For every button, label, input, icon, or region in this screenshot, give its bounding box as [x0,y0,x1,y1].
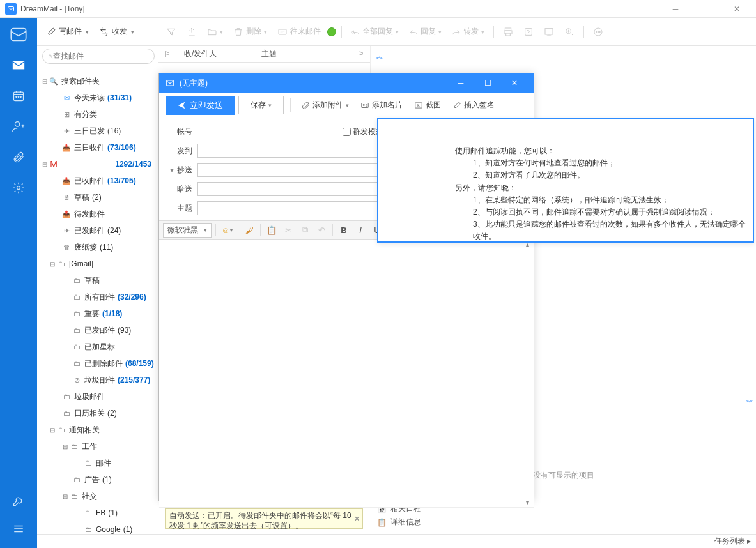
add-card-button[interactable]: 添加名片 [357,97,406,113]
folder-notifications[interactable]: ⊟🗀通知相关 [38,422,157,438]
mail-rail-icon[interactable] [10,56,27,74]
replyall-button: 全部回复▾ [347,24,403,40]
calendar-rail-icon[interactable] [10,87,27,105]
subject-label: 主题 [168,203,197,214]
logo-icon [10,26,27,43]
compose-minimize-button[interactable]: ─ [448,76,474,90]
folder-gmail-sent[interactable]: 🗀已发邮件(93) [38,322,157,339]
menu-rail-icon[interactable] [10,520,27,538]
forward-button: 转发▾ [448,24,488,40]
contacts-rail-icon[interactable] [10,118,27,135]
folder-social[interactable]: ⊟🗀社交 [38,488,157,505]
compose-close-button[interactable]: ✕ [502,76,527,90]
settings-rail-icon[interactable] [10,179,27,197]
compose-toolbar-button[interactable]: 写邮件▾ [42,24,93,40]
svg-point-18 [599,31,600,32]
folder-work[interactable]: ⊟🗀工作 [38,438,157,455]
cut-icon[interactable]: ✂ [281,223,295,237]
minimize-button[interactable]: ─ [661,2,690,16]
compose-label: 写邮件 [59,26,82,37]
svg-point-7 [17,186,20,190]
col-sender[interactable]: 收/发件人 [184,49,217,59]
notice-close-icon[interactable]: ✕ [354,514,360,523]
svg-point-22 [363,104,364,105]
svg-point-5 [20,96,22,98]
cc-label: 抄送 [176,165,197,176]
status-indicator-icon[interactable] [327,27,336,36]
send-button[interactable]: 立即发送 [166,96,235,115]
folder-gmail[interactable]: ⊟🗀[Gmail] [38,255,157,272]
save-button[interactable]: 保存▾ [238,96,284,114]
print-icon [499,24,517,40]
details-item[interactable]: 📋详细信息 [377,517,421,528]
signature-button[interactable]: 插入签名 [449,97,498,113]
folder-work-mail[interactable]: 🗀邮件 [38,455,157,471]
mail-account[interactable]: ⊟M1292/1453 [38,156,157,172]
reply-button: 回复▾ [405,24,445,40]
folder-today-unread[interactable]: ✉今天未读(31/31) [38,89,157,106]
sendrecv-toolbar-button[interactable]: 收发▾ [95,24,138,40]
folder-outbox[interactable]: 📤待发邮件 [38,206,157,222]
col-subject[interactable]: 主题 [261,49,277,59]
folder-tree: ⊟🔍搜索邮件夹 ✉今天未读(31/31) ⊞有分类 ✈三日已发(16) 📥三日收… [37,70,158,548]
maximize-button[interactable]: ☐ [692,2,720,16]
svg-point-17 [598,31,598,32]
compose-title: (无主题) [180,78,208,89]
font-selector[interactable]: 微软雅黑▾ [163,223,212,238]
folder-gmail-deleted[interactable]: 🗀已删除邮件(68/159) [38,355,157,372]
compose-titlebar: (无主题) ─ ☐ ✕ [159,73,534,93]
search-folders-group[interactable]: ⊟🔍搜索邮件夹 [38,73,157,89]
main-toolbar: 写邮件▾ 收发▾ ▾ 删除▾ 往来邮件 全部回复▾ 回复▾ 转发▾ [37,18,756,46]
account-label: 帐号 [168,126,197,137]
undo-icon[interactable]: ↶ [314,223,328,237]
folder-gmail-important[interactable]: 🗀重要(1/18) [38,305,157,322]
screenshot-button[interactable]: 截图 [410,97,445,113]
editor-scrollbar[interactable]: ▴▾ [522,241,532,506]
emoji-icon[interactable]: ☺▾ [220,223,234,237]
folder-sent[interactable]: ✈已发邮件(24) [38,222,157,239]
folder-ads[interactable]: 🗀广告(1) [38,471,157,488]
cc-expand-icon[interactable]: ▾ [168,165,176,174]
svg-point-19 [49,54,51,57]
italic-icon[interactable]: I [353,223,367,237]
related-mail-button: 往来邮件 [274,24,325,40]
folder-gmail-drafts[interactable]: 🗀草稿 [38,272,157,289]
folder-fb[interactable]: 🗀FB(1) [38,505,157,521]
search-input[interactable] [53,52,149,61]
attachment-rail-icon[interactable] [10,148,27,166]
folder-recv-3days[interactable]: 📥三日收件(73/106) [38,139,157,156]
search-icon [48,52,53,61]
collapse-up-icon[interactable]: ︽ [371,46,756,67]
replyall-label: 全部回复 [362,26,393,37]
account-display[interactable] [197,127,337,136]
attach-button[interactable]: 添加附件▾ [297,97,353,113]
svg-rect-11 [506,33,511,36]
search-mail-box[interactable] [42,49,155,64]
svg-point-4 [18,96,19,98]
folder-gmail-starred[interactable]: 🗀已加星标 [38,339,157,355]
folder-spam[interactable]: 🗀垃圾邮件 [38,388,157,405]
collapse-expand-icon[interactable]: ︾ [746,397,753,408]
bold-icon[interactable]: B [337,223,351,237]
compose-maximize-button[interactable]: ☐ [475,76,500,90]
folder-categorized[interactable]: ⊞有分类 [38,106,157,123]
more-icon [589,24,607,40]
paste-icon[interactable]: 📋 [265,223,279,237]
tools-rail-icon[interactable] [10,492,27,510]
svg-rect-13 [545,28,553,34]
folder-trash[interactable]: 🗑废纸篓(11) [38,239,157,255]
folder-calendar[interactable]: 🗀日历相关(2) [38,405,157,422]
window-title: DreamMail - [Tony] [20,4,85,13]
close-button[interactable]: ✕ [723,2,751,16]
folder-drafts[interactable]: 🗎草稿(2) [38,189,157,206]
folder-sent-3days[interactable]: ✈三日已发(16) [38,123,157,139]
task-list-link[interactable]: 任务列表 ▸ [714,536,751,547]
folder-gmail-spam[interactable]: ⊘垃圾邮件(215/377) [38,372,157,388]
folder-gmail-all[interactable]: 🗀所有邮件(32/296) [38,289,157,305]
filter-icon[interactable] [162,24,180,40]
copy-icon[interactable]: ⧉ [298,223,312,237]
reply-label: 回复 [420,26,436,37]
format-painter-icon[interactable]: 🖌 [242,223,256,237]
folder-inbox[interactable]: 📥已收邮件(13/705) [38,172,157,189]
editor-body[interactable]: ▴▾ [159,240,534,508]
